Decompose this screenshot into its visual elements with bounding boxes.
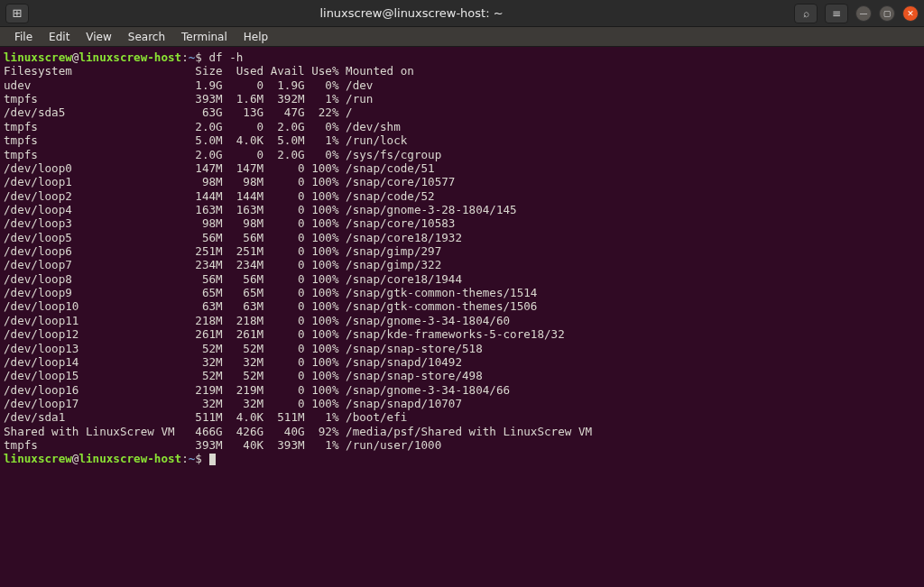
search-icon: ⌕ (803, 7, 809, 20)
terminal-line: linuxscrew@linuxscrew-host:~$ (4, 452, 920, 465)
maximize-icon: ▢ (883, 9, 892, 18)
df-row: /dev/loop10 63M 63M 0 100% /snap/gtk-com… (4, 299, 920, 313)
menu-help[interactable]: Help (236, 29, 275, 45)
df-row: tmpfs 5.0M 4.0K 5.0M 1% /run/lock (4, 133, 920, 147)
hamburger-icon: ≡ (832, 7, 841, 20)
df-row: udev 1.9G 0 1.9G 0% /dev (4, 78, 920, 92)
df-row: tmpfs 2.0G 0 2.0G 0% /dev/shm (4, 120, 920, 133)
cursor (209, 454, 216, 465)
df-row: /dev/loop0 147M 147M 0 100% /snap/code/5… (4, 161, 920, 175)
df-header: Filesystem Size Used Avail Use% Mounted … (4, 64, 920, 78)
df-row: /dev/loop2 144M 144M 0 100% /snap/code/5… (4, 189, 920, 203)
terminal-line: linuxscrew@linuxscrew-host:~$ df -h (4, 50, 920, 64)
df-row: /dev/loop4 163M 163M 0 100% /snap/gnome-… (4, 203, 920, 216)
df-row: /dev/sda1 511M 4.0K 511M 1% /boot/efi (4, 410, 920, 424)
df-row: /dev/loop15 52M 52M 0 100% /snap/snap-st… (4, 369, 920, 382)
df-row: /dev/loop14 32M 32M 0 100% /snap/snapd/1… (4, 355, 920, 369)
menu-view[interactable]: View (79, 29, 118, 45)
df-row: /dev/loop6 251M 251M 0 100% /snap/gimp/2… (4, 244, 920, 258)
titlebar-right: ⌕ ≡ — ▢ ✕ (794, 4, 919, 23)
df-row: /dev/loop16 219M 219M 0 100% /snap/gnome… (4, 383, 920, 397)
df-row: Shared with LinuxScrew VM 466G 426G 40G … (4, 425, 920, 438)
df-row: /dev/loop12 261M 261M 0 100% /snap/kde-f… (4, 327, 920, 341)
df-row: /dev/loop1 98M 98M 0 100% /snap/core/105… (4, 175, 920, 188)
df-row: tmpfs 393M 40K 393M 1% /run/user/1000 (4, 438, 920, 452)
new-tab-button[interactable]: ⊞ (5, 4, 29, 23)
menu-search[interactable]: Search (121, 29, 172, 45)
titlebar-left: ⊞ (5, 4, 29, 23)
window-close-button[interactable]: ✕ (902, 5, 919, 22)
window-maximize-button[interactable]: ▢ (879, 5, 895, 22)
df-row: /dev/loop7 234M 234M 0 100% /snap/gimp/3… (4, 258, 920, 271)
menu-edit[interactable]: Edit (42, 29, 77, 45)
df-row: /dev/loop13 52M 52M 0 100% /snap/snap-st… (4, 342, 920, 355)
new-tab-icon: ⊞ (13, 6, 23, 20)
df-row: /dev/sda5 63G 13G 47G 22% / (4, 105, 920, 119)
df-row: /dev/loop5 56M 56M 0 100% /snap/core18/1… (4, 231, 920, 244)
df-row: /dev/loop9 65M 65M 0 100% /snap/gtk-comm… (4, 286, 920, 299)
menu-file[interactable]: File (7, 29, 40, 45)
close-icon: ✕ (907, 9, 914, 18)
df-row: tmpfs 393M 1.6M 392M 1% /run (4, 92, 920, 105)
df-row: /dev/loop11 218M 218M 0 100% /snap/gnome… (4, 314, 920, 327)
window-titlebar: ⊞ linuxscrew@linuxscrew-host: ~ ⌕ ≡ — ▢ … (0, 0, 924, 27)
window-title: linuxscrew@linuxscrew-host: ~ (29, 6, 794, 20)
df-row: tmpfs 2.0G 0 2.0G 0% /sys/fs/cgroup (4, 148, 920, 161)
df-row: /dev/loop17 32M 32M 0 100% /snap/snapd/1… (4, 397, 920, 410)
df-row: /dev/loop3 98M 98M 0 100% /snap/core/105… (4, 216, 920, 230)
menubar: File Edit View Search Terminal Help (0, 27, 924, 47)
menu-terminal[interactable]: Terminal (174, 29, 235, 45)
terminal-viewport[interactable]: linuxscrew@linuxscrew-host:~$ df -hFiles… (0, 47, 924, 587)
df-row: /dev/loop8 56M 56M 0 100% /snap/core18/1… (4, 272, 920, 286)
minimize-icon: — (860, 9, 868, 18)
window-minimize-button[interactable]: — (855, 5, 872, 22)
search-button[interactable]: ⌕ (794, 4, 818, 23)
hamburger-menu-button[interactable]: ≡ (825, 4, 848, 23)
